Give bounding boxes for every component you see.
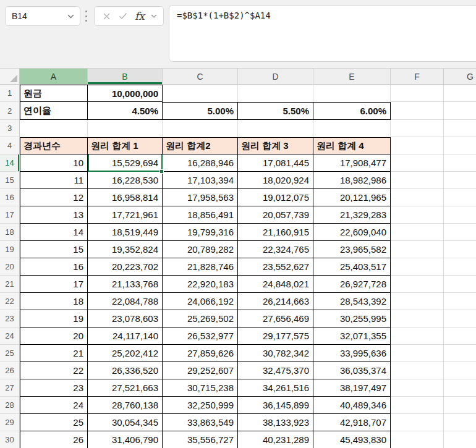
cell-G2[interactable] [444,102,476,120]
cell-G23[interactable] [444,310,476,328]
cell-F26[interactable] [391,362,444,379]
cell-F22[interactable] [391,293,444,310]
cell-G16[interactable] [444,189,476,206]
cell-E14[interactable]: 17,908,477 [313,154,391,172]
cell-A21[interactable]: 17 [20,276,88,293]
cell-C15[interactable]: 17,103,394 [163,172,238,189]
cell-D15[interactable]: 18,020,924 [238,172,313,189]
row-header-29[interactable]: 29 [0,414,20,431]
cell-E4[interactable]: 원리 합계 4 [313,137,391,154]
cell-E27[interactable]: 38,197,497 [313,379,391,397]
cell-C1[interactable] [163,85,238,102]
cell-B16[interactable]: 16,958,814 [88,189,163,206]
cell-C28[interactable]: 32,250,999 [163,397,238,414]
cell-C21[interactable]: 22,920,183 [163,276,238,293]
cell-D28[interactable]: 36,145,899 [238,397,313,414]
cell-D1[interactable] [238,85,313,102]
row-header-25[interactable]: 25 [0,345,20,362]
cell-E19[interactable]: 23,965,582 [313,241,391,258]
cell-C27[interactable]: 30,715,238 [163,379,238,397]
cell-B4[interactable]: 원리 합계 1 [88,137,163,154]
cell-G28[interactable] [444,397,476,414]
cell-A16[interactable]: 12 [20,189,88,206]
cell-D14[interactable]: 17,081,445 [238,154,313,172]
cell-E23[interactable]: 30,255,995 [313,310,391,328]
cell-E22[interactable]: 28,543,392 [313,293,391,310]
cell-D26[interactable]: 32,475,370 [238,362,313,379]
cell-C3[interactable] [163,120,238,137]
cell-B25[interactable]: 25,202,412 [88,345,163,362]
cell-G27[interactable] [444,379,476,397]
row-header-16[interactable]: 16 [0,189,20,206]
cell-B30[interactable]: 31,406,790 [88,431,163,448]
cell-E25[interactable]: 33,995,636 [313,345,391,362]
row-header-19[interactable]: 19 [0,241,20,258]
cell-F14[interactable] [391,154,444,172]
row-header-26[interactable]: 26 [0,362,20,379]
cell-E30[interactable]: 45,493,830 [313,431,391,448]
enter-check-icon[interactable] [116,9,130,23]
cell-C29[interactable]: 33,863,549 [163,414,238,431]
cell-B18[interactable]: 18,519,449 [88,224,163,241]
cell-F15[interactable] [391,172,444,189]
cell-E3[interactable] [313,120,391,137]
row-header-20[interactable]: 20 [0,258,20,276]
cell-A20[interactable]: 16 [20,258,88,276]
cell-G25[interactable] [444,345,476,362]
cell-A26[interactable]: 22 [20,362,88,379]
cell-F24[interactable] [391,328,444,345]
cell-F18[interactable] [391,224,444,241]
cell-G20[interactable] [444,258,476,276]
cell-A25[interactable]: 21 [20,345,88,362]
cell-D27[interactable]: 34,261,516 [238,379,313,397]
cell-F30[interactable] [391,431,444,448]
cell-C14[interactable]: 16,288,946 [163,154,238,172]
cell-D17[interactable]: 20,057,739 [238,206,313,224]
cell-D23[interactable]: 27,656,469 [238,310,313,328]
cell-E28[interactable]: 40,489,346 [313,397,391,414]
cell-A3[interactable] [20,120,88,137]
cell-B19[interactable]: 19,352,824 [88,241,163,258]
cell-A18[interactable]: 14 [20,224,88,241]
cell-D2[interactable]: 5.50% [238,102,313,120]
cell-B20[interactable]: 20,223,702 [88,258,163,276]
cell-C26[interactable]: 29,252,607 [163,362,238,379]
insert-function-icon[interactable]: fx [133,9,147,23]
cell-D21[interactable]: 24,848,021 [238,276,313,293]
cell-B22[interactable]: 22,084,788 [88,293,163,310]
cell-F4[interactable] [391,137,444,154]
cell-B26[interactable]: 26,336,520 [88,362,163,379]
fill-handle[interactable] [159,169,164,174]
cell-B28[interactable]: 28,760,138 [88,397,163,414]
cell-G21[interactable] [444,276,476,293]
cell-C17[interactable]: 18,856,491 [163,206,238,224]
cell-D25[interactable]: 30,782,342 [238,345,313,362]
cell-E21[interactable]: 26,927,728 [313,276,391,293]
cell-C23[interactable]: 25,269,502 [163,310,238,328]
cell-D18[interactable]: 21,160,915 [238,224,313,241]
cell-B17[interactable]: 17,721,961 [88,206,163,224]
cell-E26[interactable]: 36,035,374 [313,362,391,379]
cell-E15[interactable]: 18,982,986 [313,172,391,189]
cell-E18[interactable]: 22,609,040 [313,224,391,241]
cell-B29[interactable]: 30,054,345 [88,414,163,431]
row-header-28[interactable]: 28 [0,397,20,414]
row-header-17[interactable]: 17 [0,206,20,224]
cell-G15[interactable] [444,172,476,189]
cell-F29[interactable] [391,414,444,431]
col-header-E[interactable]: E [313,69,391,85]
row-header-15[interactable]: 15 [0,172,20,189]
cell-C20[interactable]: 21,828,746 [163,258,238,276]
cell-B27[interactable]: 27,521,663 [88,379,163,397]
cell-D3[interactable] [238,120,313,137]
cell-G19[interactable] [444,241,476,258]
cell-B21[interactable]: 21,133,768 [88,276,163,293]
col-header-G[interactable]: G [444,69,476,85]
cell-F28[interactable] [391,397,444,414]
cell-C25[interactable]: 27,859,626 [163,345,238,362]
cell-C18[interactable]: 19,799,316 [163,224,238,241]
row-header-30[interactable]: 30 [0,431,20,448]
row-header-4[interactable]: 4 [0,137,20,154]
cell-G17[interactable] [444,206,476,224]
cell-A1[interactable]: 원금 [20,85,88,102]
